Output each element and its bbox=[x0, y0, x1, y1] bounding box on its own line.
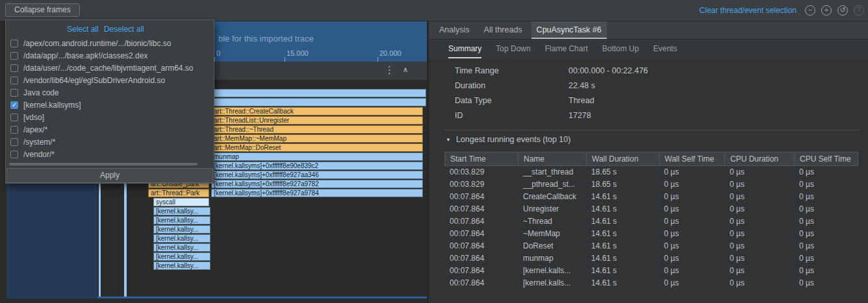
cell-cpu-self-time: 0 µs bbox=[794, 277, 858, 289]
checkbox-icon[interactable] bbox=[10, 126, 18, 134]
summary-value: 00:00.000 - 00:22.476 bbox=[568, 64, 648, 79]
table-row[interactable]: 00:07.864 munmap 14.61 s 0 µs 0 µs 0 µs bbox=[444, 252, 858, 265]
summary-section: Time Range 00:00.000 - 00:22.476 Duratio… bbox=[429, 64, 868, 123]
checkbox-icon[interactable] bbox=[10, 151, 18, 158]
checkbox-icon[interactable] bbox=[10, 89, 18, 97]
column-header-start-time[interactable]: Start Time bbox=[445, 152, 518, 165]
frame-filter-option[interactable]: /data/user/.../code_cache/libjvmtiagent_… bbox=[6, 62, 214, 74]
flame-bar[interactable]: art::MemMap::~MemMap bbox=[211, 134, 423, 143]
zoom-out-icon[interactable]: − bbox=[805, 5, 815, 16]
summary-value: 22.48 s bbox=[568, 79, 595, 93]
table-row[interactable]: 00:07.864 [kernel.kalls... 14.61 s 0 µs … bbox=[444, 277, 858, 289]
frame-filter-option[interactable]: /system/* bbox=[6, 136, 214, 148]
checkbox-icon[interactable] bbox=[10, 101, 18, 109]
frame-filter-option[interactable]: [kernel.kallsyms] bbox=[6, 99, 214, 111]
tab-summary[interactable]: Summary bbox=[448, 40, 481, 58]
flame-bar[interactable]: [kernel.kallsy... bbox=[153, 243, 211, 252]
flame-bar[interactable]: [kernel.kallsyms]+0xffffff8e927aa346 bbox=[211, 171, 423, 179]
flame-bar[interactable]: art::Thread::Park bbox=[148, 189, 209, 197]
frame-filter-option[interactable]: /apex/* bbox=[6, 123, 214, 136]
flame-bar[interactable]: [kernel.kallsy... bbox=[153, 225, 211, 234]
clear-thread-event-selection-link[interactable]: Clear thread/event selection bbox=[700, 6, 797, 15]
popup-links-row: Select all Deselect all bbox=[67, 25, 144, 34]
analysis-subtab-bar: Summary Top Down Flame Chart Bottom Up E… bbox=[429, 40, 868, 58]
cell-cpu-duration: 0 µs bbox=[724, 265, 794, 277]
longest-events-section-header[interactable]: ▼ Longest running events (top 10) bbox=[446, 135, 570, 144]
table-row[interactable]: 00:03.829 __start_thread 18.65 s 0 µs 0 … bbox=[444, 166, 858, 178]
column-header-name[interactable]: Name bbox=[518, 152, 587, 165]
flame-bar[interactable]: art::MemMap::DoReset bbox=[211, 143, 423, 152]
flame-bar[interactable]: art::ThreadList::Unregister bbox=[211, 116, 423, 125]
frame-filter-option[interactable]: /data/app/.../base.apk!/classes2.dex bbox=[6, 49, 214, 62]
checkbox-icon[interactable] bbox=[10, 77, 18, 84]
cell-cpu-duration: 0 µs bbox=[724, 277, 794, 289]
select-all-link[interactable]: Select all bbox=[67, 25, 99, 34]
table-row[interactable]: 00:03.829 __pthread_st... 18.65 s 0 µs 0… bbox=[444, 178, 858, 191]
table-row[interactable]: 00:07.864 ~MemMap 14.61 s 0 µs 0 µs 0 µs bbox=[444, 228, 858, 240]
tab-flame-chart[interactable]: Flame Chart bbox=[545, 40, 588, 58]
frame-filter-option[interactable]: /vendor/lib64/egl/eglSubDriverAndroid.so bbox=[6, 74, 214, 86]
summary-row: Data Type Thread bbox=[429, 93, 868, 108]
collapse-frames-button[interactable]: Collapse frames bbox=[5, 3, 80, 17]
zoom-in-icon[interactable]: + bbox=[821, 5, 832, 16]
reset-zoom-icon[interactable]: ↺ bbox=[837, 5, 848, 16]
table-row[interactable]: 00:07.864 CreateCallback 14.61 s 0 µs 0 … bbox=[444, 191, 858, 203]
kebab-menu-icon[interactable]: ⋮ bbox=[385, 64, 394, 76]
checkbox-icon[interactable] bbox=[10, 138, 18, 146]
apply-button[interactable]: Apply bbox=[6, 168, 213, 183]
top-toolbar: Collapse frames Clear thread/event selec… bbox=[0, 0, 868, 21]
table-row[interactable]: 00:07.864 DoReset 14.61 s 0 µs 0 µs 0 µs bbox=[444, 240, 858, 252]
cell-start-time: 00:03.829 bbox=[444, 166, 518, 178]
flame-bar[interactable]: [kernel.kallsy... bbox=[153, 252, 211, 261]
cell-start-time: 00:07.864 bbox=[444, 265, 518, 277]
tab-all-threads[interactable]: All threads bbox=[479, 21, 528, 39]
cell-name: DoReset bbox=[518, 240, 586, 252]
column-header-cpu-self-time[interactable]: CPU Self Time bbox=[795, 152, 859, 165]
tab-bottom-up[interactable]: Bottom Up bbox=[602, 40, 639, 58]
flame-bar[interactable]: [kernel.kallsy... bbox=[153, 261, 211, 270]
checkbox-icon[interactable] bbox=[10, 40, 18, 47]
frame-filter-label: /data/user/.../code_cache/libjvmtiagent_… bbox=[23, 64, 193, 73]
flame-bar[interactable]: art::Thread::~Thread bbox=[211, 125, 423, 134]
section-collapse-icon[interactable]: ▼ bbox=[446, 137, 451, 143]
table-row[interactable]: 00:07.864 [kernel.kalls... 14.61 s 0 µs … bbox=[444, 265, 858, 277]
flame-bar[interactable]: [kernel.kallsyms]+0xffffff8e927a9782 bbox=[211, 180, 423, 188]
flame-bar[interactable]: [kernel.kallsy... bbox=[153, 207, 211, 215]
help-icon[interactable]: ? bbox=[854, 5, 864, 16]
column-header-cpu-duration[interactable]: CPU Duration bbox=[725, 152, 795, 165]
summary-label: Data Type bbox=[429, 93, 568, 108]
table-row[interactable]: 00:07.864 ~Thread 14.61 s 0 µs 0 µs 0 µs bbox=[444, 215, 858, 228]
cell-wall-duration: 14.61 s bbox=[586, 203, 659, 215]
checkbox-icon[interactable] bbox=[10, 114, 18, 121]
flame-bar[interactable]: [kernel.kallsyms]+0xffffff8e90e839c2 bbox=[211, 162, 423, 170]
flame-bar[interactable]: [kernel.kallsyms]+0xffffff8e927a9784 bbox=[211, 189, 423, 197]
cell-wall-self-time: 0 µs bbox=[659, 203, 724, 215]
flame-bar[interactable]: munmap bbox=[211, 152, 423, 161]
tab-analysis[interactable]: Analysis bbox=[434, 21, 475, 39]
flame-bar[interactable]: [kernel.kallsy... bbox=[153, 216, 211, 224]
frame-filter-label: /data/app/.../base.apk!/classes2.dex bbox=[23, 51, 147, 60]
horizontal-scrollbar[interactable] bbox=[9, 163, 198, 165]
tab-cpuasynctask[interactable]: CpuAsyncTask #6 bbox=[531, 21, 607, 39]
cell-wall-self-time: 0 µs bbox=[659, 277, 724, 289]
collapse-panel-chevron-icon[interactable]: ∧ bbox=[403, 66, 408, 74]
tab-top-down[interactable]: Top Down bbox=[496, 40, 530, 58]
timeline-scrollbar[interactable] bbox=[97, 297, 427, 298]
flame-bar[interactable]: art::Thread::CreateCallback bbox=[211, 107, 423, 115]
table-row[interactable]: 00:07.864 Unregister 14.61 s 0 µs 0 µs 0… bbox=[444, 203, 858, 215]
checkbox-icon[interactable] bbox=[10, 64, 18, 72]
cell-name: ~MemMap bbox=[518, 228, 586, 240]
frame-filter-option[interactable]: /apex/com.android.runtime/.../bionic/lib… bbox=[6, 37, 214, 49]
deselect-all-link[interactable]: Deselect all bbox=[104, 25, 144, 34]
flame-bar[interactable]: syscall bbox=[153, 198, 209, 206]
frame-filter-option[interactable]: /vendor/* bbox=[6, 148, 214, 160]
axis-tick bbox=[377, 57, 378, 62]
tab-events[interactable]: Events bbox=[653, 40, 677, 58]
column-header-wall-duration[interactable]: Wall Duration bbox=[587, 152, 659, 165]
frame-filter-option[interactable]: Java code bbox=[6, 86, 214, 99]
frame-filter-option[interactable]: [vdso] bbox=[6, 111, 214, 123]
checkbox-icon[interactable] bbox=[10, 52, 18, 60]
analysis-panel: Analysis All threads CpuAsyncTask #6 Sum… bbox=[429, 21, 868, 303]
flame-bar[interactable]: [kernel.kallsy... bbox=[153, 234, 211, 243]
column-header-wall-self-time[interactable]: Wall Self Time bbox=[659, 152, 725, 165]
